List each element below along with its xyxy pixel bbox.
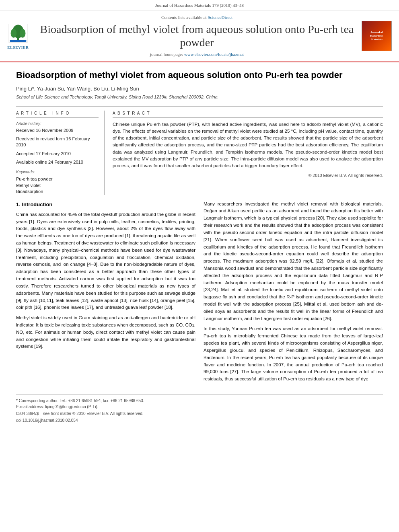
- svg-point-4: [20, 29, 26, 37]
- journal-homepage: journal homepage: www.elsevier.com/locat…: [32, 51, 362, 58]
- body-columns: 1. Introduction China has accounted for …: [16, 201, 383, 386]
- intro-para-2: Methyl violet is widely used in Gram sta…: [16, 314, 195, 350]
- journal-cover: Journal ofHazardousMaterials: [362, 21, 392, 51]
- journal-info-text: Journal of Hazardous Materials 179 (2010…: [155, 3, 244, 8]
- elsevier-logo: ELSEVIER: [4, 22, 32, 50]
- intro-right-para-2: In this study, Yunnan Pu-erh tea was use…: [204, 325, 383, 383]
- issn-line: 0304-3894/$ – see front matter © 2010 El…: [16, 411, 383, 417]
- keyword-2: Methyl violet: [16, 183, 99, 189]
- keyword-3: Bioadsorption: [16, 189, 99, 195]
- journal-header: ELSEVIER Contents lists available at Sci…: [0, 10, 399, 62]
- authors: Ping Li*, Ya-Juan Su, Yan Wang, Bo Liu, …: [16, 85, 383, 92]
- abstract-heading: A B S T R A C T: [113, 111, 383, 118]
- journal-title: Bioadsorption of methyl violet from aque…: [32, 23, 362, 49]
- body-col-left: 1. Introduction China has accounted for …: [16, 201, 195, 386]
- article-title: Bioadsorption of methyl violet from aque…: [16, 70, 383, 81]
- journal-cover-text: Journal ofHazardousMaterials: [369, 30, 384, 42]
- journal-info-header: Journal of Hazardous Materials 179 (2010…: [0, 0, 399, 10]
- keyword-1: Pu-erh tea powder: [16, 176, 99, 182]
- abstract-text: Chinese unique Pu-erh tea powder (PTP), …: [113, 121, 383, 170]
- corresponding-note: * Corresponding author. Tel.: +86 21 659…: [16, 398, 383, 404]
- copyright: © 2010 Elsevier B.V. All rights reserved…: [113, 173, 383, 179]
- svg-rect-5: [10, 40, 27, 42]
- article-info-abstract: A R T I C L E I N F O Article history: R…: [16, 106, 383, 195]
- page-wrapper: Journal of Hazardous Materials 179 (2010…: [0, 0, 399, 423]
- revised-date: Received in revised form 16 February 201…: [16, 136, 99, 148]
- body-col-right: Many researchers investigated the methyl…: [204, 201, 383, 386]
- intro-heading: 1. Introduction: [16, 201, 195, 209]
- article-info-heading: A R T I C L E I N F O: [16, 111, 99, 118]
- available-date: Available online 24 February 2010: [16, 159, 99, 165]
- intro-para-1: China has accounted for 45% of the total…: [16, 211, 195, 311]
- email-note: E-mail address: liping01@tongji.edu.cn (…: [16, 404, 383, 410]
- abstract-column: A B S T R A C T Chinese unique Pu-erh te…: [113, 111, 383, 195]
- keywords-label: Keywords:: [16, 169, 99, 175]
- article-footer: * Corresponding author. Tel.: +86 21 659…: [16, 394, 383, 423]
- elsevier-label: ELSEVIER: [7, 45, 29, 50]
- article-content: Bioadsorption of methyl violet from aque…: [0, 70, 399, 423]
- journal-header-left: ELSEVIER: [4, 22, 32, 50]
- svg-point-3: [11, 29, 17, 37]
- history-label: Article history:: [16, 121, 99, 127]
- affiliation: School of Life Science and Technology, T…: [16, 94, 383, 100]
- journal-cover-image: Journal ofHazardousMaterials: [362, 21, 392, 51]
- elsevier-logo-svg: [6, 22, 30, 44]
- journal-center: Contents lists available at ScienceDirec…: [32, 14, 362, 58]
- received-date: Received 16 November 2009: [16, 127, 99, 134]
- journal-homepage-link[interactable]: www.elsevier.com/locate/jhazmat: [184, 52, 244, 57]
- accepted-date: Accepted 17 February 2010: [16, 151, 99, 157]
- contents-available: Contents lists available at ScienceDirec…: [32, 14, 362, 21]
- doi-line: doi:10.1016/j.jhazmat.2010.02.054: [16, 418, 383, 423]
- intro-right-para-1: Many researchers investigated the methyl…: [204, 201, 383, 322]
- science-direct-link[interactable]: ScienceDirect: [208, 15, 232, 20]
- article-info-column: A R T I C L E I N F O Article history: R…: [16, 111, 105, 195]
